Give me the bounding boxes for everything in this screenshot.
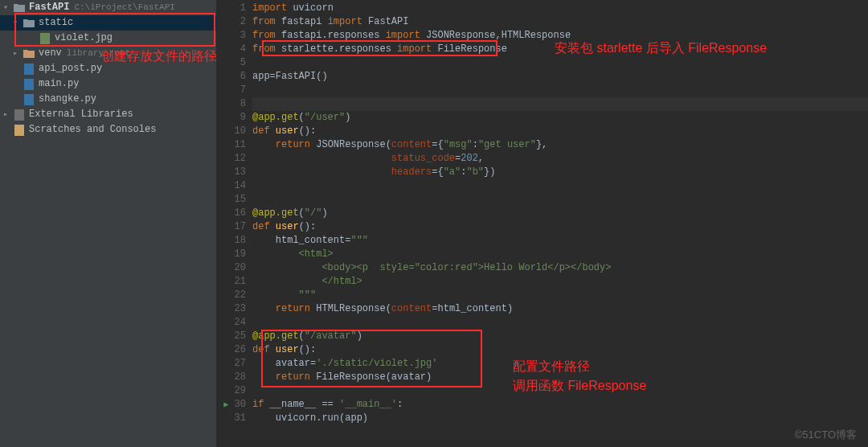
tree-item-static[interactable]: ▾ static xyxy=(0,15,216,31)
code-line[interactable]: import uvicorn xyxy=(252,2,868,15)
line-number: 8 xyxy=(217,97,246,111)
code-line[interactable] xyxy=(252,384,868,398)
external-libraries[interactable]: ▸ External Libraries xyxy=(0,107,216,122)
image-file-icon xyxy=(39,33,51,44)
code-editor[interactable]: 1234567891011121314151617181920212223242… xyxy=(217,0,868,447)
line-number: 15 xyxy=(217,193,246,207)
code-line[interactable]: app=FastAPI() xyxy=(252,70,868,84)
code-line[interactable]: return FileResponse(avatar) xyxy=(252,371,868,384)
svg-rect-4 xyxy=(14,109,24,121)
line-number: 1 xyxy=(217,2,246,15)
code-area[interactable]: import uvicornfrom fastapi import FastAP… xyxy=(252,0,868,447)
tree-item-main[interactable]: main.py xyxy=(0,76,216,92)
code-line[interactable]: from fastapi.responses import JSONRespon… xyxy=(252,29,868,43)
project-root-label: FastAPI xyxy=(29,0,69,15)
tree-label: static xyxy=(39,15,73,31)
tree-label: External Libraries xyxy=(29,107,133,122)
tree-label: Scratches and Consoles xyxy=(29,122,156,137)
tree-item-venv[interactable]: ▸ venv library root xyxy=(0,46,216,61)
tree-label: shangke.py xyxy=(39,92,96,107)
code-line[interactable] xyxy=(252,97,868,111)
line-number: 25 xyxy=(217,330,246,343)
code-line[interactable]: </html> xyxy=(252,275,868,289)
code-line[interactable] xyxy=(252,84,868,97)
python-file-icon xyxy=(23,79,35,90)
tree-label: api_post.py xyxy=(39,61,102,76)
line-number: 28 xyxy=(217,371,246,384)
tree-item-shangke[interactable]: shangke.py xyxy=(0,92,216,107)
line-number: 23 xyxy=(217,302,246,316)
code-line[interactable] xyxy=(252,56,868,70)
code-line[interactable]: html_content=""" xyxy=(252,234,868,248)
code-line[interactable]: def user(): xyxy=(252,220,868,234)
library-icon xyxy=(13,109,26,121)
tree-hint: library root xyxy=(67,46,130,61)
line-number: 10 xyxy=(217,125,246,138)
code-line[interactable]: """ xyxy=(252,289,868,302)
ide-root: ▾ FastAPI C:\iProject\FastAPI ▾ static v… xyxy=(0,0,868,447)
code-line[interactable]: from fastapi import FastAPI xyxy=(252,15,868,29)
svg-rect-3 xyxy=(24,94,34,105)
code-line[interactable]: headers={"a":"b"}) xyxy=(252,166,868,179)
chevron-down-icon: ▾ xyxy=(3,0,13,15)
python-file-icon xyxy=(23,94,35,105)
code-line[interactable]: <html> xyxy=(252,248,868,261)
svg-rect-1 xyxy=(24,64,34,75)
tree-label: violet.jpg xyxy=(55,31,113,46)
svg-rect-5 xyxy=(14,125,24,136)
code-line[interactable]: uvicorn.run(app) xyxy=(252,412,868,425)
project-root-path: C:\iProject\FastAPI xyxy=(74,0,174,15)
line-number: 3 xyxy=(217,29,246,43)
line-number: 12 xyxy=(217,152,246,166)
line-number: 18 xyxy=(217,234,246,248)
code-line[interactable]: <body><p style="color:red">Hello World</… xyxy=(252,261,868,275)
code-line[interactable]: @app.get("/user") xyxy=(252,111,868,125)
code-line[interactable] xyxy=(252,179,868,193)
code-line[interactable]: return JSONResponse(content={"msg":"get … xyxy=(252,138,868,152)
code-line[interactable]: @app.get("/avatar") xyxy=(252,330,868,343)
code-line[interactable]: status_code=202, xyxy=(252,152,868,166)
tree-item-violet[interactable]: violet.jpg xyxy=(0,31,216,46)
line-number: 2 xyxy=(217,15,246,29)
line-number: 27 xyxy=(217,357,246,371)
code-line[interactable]: @app.get("/") xyxy=(252,207,868,220)
python-file-icon xyxy=(23,64,35,75)
line-number: 19 xyxy=(217,248,246,261)
line-number: 24 xyxy=(217,316,246,330)
line-number: 6 xyxy=(217,70,246,84)
line-number: 22 xyxy=(217,289,246,302)
scratches[interactable]: Scratches and Consoles xyxy=(0,122,216,137)
line-number: 14 xyxy=(217,179,246,193)
line-number: 17 xyxy=(217,220,246,234)
line-number: 7 xyxy=(217,84,246,97)
folder-icon xyxy=(13,3,26,13)
line-number: 20 xyxy=(217,261,246,275)
line-number: 4 xyxy=(217,43,246,56)
code-line[interactable] xyxy=(252,316,868,330)
svg-rect-2 xyxy=(24,79,34,90)
chevron-down-icon: ▾ xyxy=(13,15,23,31)
line-number: 5 xyxy=(217,56,246,70)
code-line[interactable]: if __name__ == '__main__': xyxy=(252,398,868,412)
code-line[interactable]: avatar='./static/violet.jpg' xyxy=(252,357,868,371)
folder-icon xyxy=(23,18,35,28)
line-number-gutter: 1234567891011121314151617181920212223242… xyxy=(217,0,252,447)
line-number: 9 xyxy=(217,111,246,125)
project-root-item[interactable]: ▾ FastAPI C:\iProject\FastAPI xyxy=(0,0,216,15)
line-number: 11 xyxy=(217,138,246,152)
code-line[interactable]: return HTMLResponse(content=html_content… xyxy=(252,302,868,316)
project-sidebar[interactable]: ▾ FastAPI C:\iProject\FastAPI ▾ static v… xyxy=(0,0,217,447)
line-number: ▶ 30 xyxy=(217,398,246,412)
line-number: 13 xyxy=(217,166,246,179)
tree-item-api-post[interactable]: api_post.py xyxy=(0,61,216,76)
code-line[interactable]: from starlette.responses import FileResp… xyxy=(252,43,868,56)
code-line[interactable]: def user(): xyxy=(252,125,868,138)
line-number: 31 xyxy=(217,412,246,425)
code-line[interactable] xyxy=(252,193,868,207)
svg-rect-0 xyxy=(40,33,50,44)
chevron-right-icon: ▸ xyxy=(3,107,13,122)
code-line[interactable]: def user(): xyxy=(252,343,868,357)
chevron-right-icon: ▸ xyxy=(13,46,23,61)
watermark: ©51CTO博客 xyxy=(795,428,857,442)
line-number: 26 xyxy=(217,343,246,357)
